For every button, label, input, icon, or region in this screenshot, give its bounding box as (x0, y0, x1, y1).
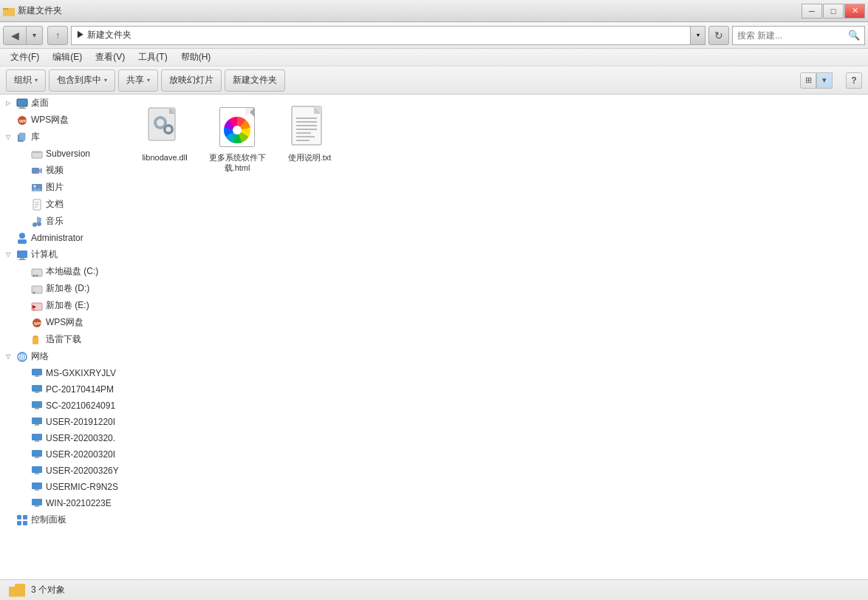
sidebar-item-library[interactable]: ▽ 库 (0, 129, 126, 146)
library-icon (16, 132, 28, 143)
svg-rect-44 (32, 385, 42, 392)
sidebar-item-music[interactable]: ▷ 音乐 (0, 213, 126, 230)
view-extra-button[interactable]: ⊞ (800, 72, 816, 89)
svg-rect-63 (23, 521, 27, 525)
html-file-name: 更多系统软件下载.html (207, 152, 267, 174)
title-bar-left: 新建文件夹 (3, 4, 62, 17)
sidebar-item-net7[interactable]: ▷ USER-20200326Y (0, 463, 126, 479)
admin-icon (16, 232, 28, 244)
sidebar-item-net4[interactable]: ▷ USER-20191220I (0, 414, 126, 430)
help-button[interactable]: ? (846, 72, 862, 89)
menu-edit[interactable]: 编辑(E) (47, 50, 88, 65)
menu-view[interactable]: 查看(V) (89, 50, 131, 65)
net7-icon (31, 465, 43, 477)
drive-d-icon (31, 283, 43, 295)
net4-icon (31, 416, 43, 428)
sidebar-item-net9[interactable]: ▷ WIN-20210223E (0, 495, 126, 511)
svg-rect-9 (19, 133, 25, 140)
sidebar-item-network[interactable]: ▽ 网络 (0, 348, 126, 365)
file-area: libnodave.dll 更多系统软件下载.html (126, 95, 868, 579)
svg-rect-60 (17, 515, 21, 519)
up-button[interactable]: ↑ (47, 26, 68, 45)
sidebar-item-desktop[interactable]: ▷ 桌面 (0, 95, 126, 112)
sidebar-item-subversion[interactable]: ▷ Subversion (0, 146, 126, 162)
sidebar-item-wps2[interactable]: ▷ WPS WPS网盘 (0, 314, 126, 331)
menu-tools[interactable]: 工具(T) (132, 50, 173, 65)
expand-arrow-desktop: ▷ (6, 100, 16, 106)
svg-rect-51 (35, 440, 39, 442)
svg-rect-47 (35, 408, 39, 409)
menu-file[interactable]: 文件(F) (4, 50, 45, 65)
dll-file-icon (143, 105, 187, 149)
sidebar-item-xunlei[interactable]: ▷ 迅雷下载 (0, 331, 126, 348)
file-item-dll[interactable]: libnodave.dll (131, 100, 198, 178)
forward-dropdown[interactable]: ▾ (27, 26, 43, 45)
menu-help[interactable]: 帮助(H) (175, 50, 217, 65)
search-input[interactable] (737, 30, 848, 41)
sidebar-item-net5[interactable]: ▷ USER-20200320. (0, 430, 126, 446)
svg-rect-2 (3, 10, 15, 16)
svg-rect-69 (160, 116, 161, 119)
search-icon[interactable]: 🔍 (848, 30, 860, 41)
slideshow-button[interactable]: 放映幻灯片 (161, 69, 222, 92)
title-bar-folder-icon (3, 5, 15, 17)
svg-rect-27 (18, 259, 26, 260)
sidebar-item-net1[interactable]: ▷ MS-GXKIXRYJLV (0, 365, 126, 381)
maximize-button[interactable]: □ (823, 4, 844, 18)
subversion-icon (31, 148, 43, 160)
net8-icon (31, 481, 43, 493)
svg-rect-54 (32, 466, 42, 473)
net6-icon (31, 449, 43, 460)
sidebar-item-doc[interactable]: ▷ 文档 (0, 196, 126, 213)
back-button[interactable]: ◀ (3, 26, 27, 45)
sidebar-item-drive-c[interactable]: ▷ 本地磁盘 (C:) (0, 263, 126, 280)
new-folder-button[interactable]: 新建文件夹 (225, 69, 285, 92)
library-chevron: ▾ (104, 77, 107, 83)
svg-rect-49 (35, 424, 39, 426)
svg-rect-77 (164, 129, 166, 130)
file-item-txt[interactable]: 使用说明.txt (276, 100, 343, 178)
sidebar-item-video[interactable]: ▷ 视频 (0, 162, 126, 179)
svg-point-74 (166, 127, 171, 132)
sidebar-item-computer[interactable]: ▽ 计算机 (0, 246, 126, 263)
svg-point-21 (37, 222, 41, 226)
minimize-button[interactable]: ─ (802, 4, 822, 18)
svg-rect-24 (18, 239, 27, 244)
svg-rect-61 (23, 515, 27, 519)
sidebar-item-net8[interactable]: ▷ USERMIC-R9N2S (0, 479, 126, 495)
svg-rect-52 (32, 450, 42, 457)
sidebar-item-net2[interactable]: ▷ PC-20170414PM (0, 381, 126, 398)
organize-chevron: ▾ (35, 77, 38, 83)
menu-bar: 文件(F) 编辑(E) 查看(V) 工具(T) 帮助(H) (0, 49, 868, 67)
svg-text:▶: ▶ (33, 304, 36, 309)
organize-button[interactable]: 组织 ▾ (6, 69, 46, 92)
sidebar-item-control[interactable]: ▷ 控制面板 (0, 511, 126, 528)
sidebar-item-drive-e[interactable]: ▷ ▶ 新加卷 (E:) (0, 297, 126, 314)
svg-rect-43 (35, 375, 39, 377)
view-buttons: ⊞ ▾ (800, 72, 833, 89)
sidebar-item-image[interactable]: ▷ 图片 (0, 179, 126, 196)
share-button[interactable]: 共享 ▾ (118, 69, 158, 92)
close-button[interactable]: ✕ (844, 4, 865, 18)
xunlei-icon (31, 334, 43, 346)
address-dropdown[interactable]: ▾ (691, 26, 705, 45)
sidebar-item-net6[interactable]: ▷ USER-20200320I (0, 446, 126, 463)
svg-rect-3 (17, 99, 27, 106)
toolbar: 组织 ▾ 包含到库中 ▾ 共享 ▾ 放映幻灯片 新建文件夹 ⊞ ▾ ? (0, 67, 868, 95)
svg-text:WPS: WPS (34, 321, 43, 326)
sidebar-item-drive-d[interactable]: ▷ 新加卷 (D:) (0, 280, 126, 297)
svg-point-23 (19, 233, 25, 239)
file-item-html[interactable]: 更多系统软件下载.html (204, 100, 270, 178)
title-bar: 新建文件夹 ─ □ ✕ (0, 0, 868, 22)
sidebar-item-net3[interactable]: ▷ SC-20210624091 (0, 398, 126, 414)
view-dropdown-button[interactable]: ▾ (816, 72, 833, 89)
svg-rect-4 (20, 106, 24, 108)
address-path[interactable]: ▶ 新建文件夹 (71, 26, 691, 45)
sidebar-item-wps[interactable]: ▷ WPS WPS网盘 (0, 112, 126, 129)
sidebar-item-admin[interactable]: ▷ Administrator (0, 230, 126, 246)
refresh-button[interactable]: ↻ (708, 26, 729, 45)
svg-rect-53 (35, 457, 39, 458)
net1-icon (31, 367, 43, 379)
svg-rect-11 (32, 168, 39, 174)
include-library-button[interactable]: 包含到库中 ▾ (49, 69, 115, 92)
